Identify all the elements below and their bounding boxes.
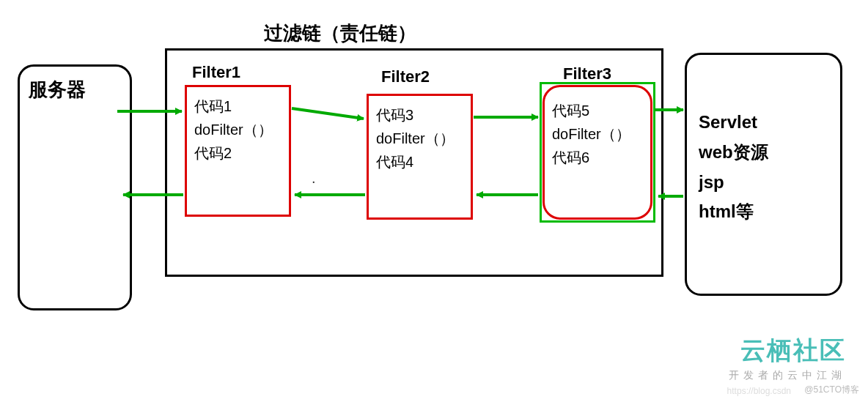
filter2-method: doFilter（） [376,127,463,150]
filter3-label: Filter3 [563,64,611,83]
logo-sub: 开发者的云中江湖 [729,369,846,382]
server-box: 服务器 [18,64,132,310]
filter1-box: 代码1 doFilter（） 代码2 [185,85,291,217]
resource-html: html等 [699,197,831,227]
diagram-canvas: { "title": "过滤链（责任链）", "server_label": "… [0,0,868,402]
filter1-method: doFilter（） [194,118,282,141]
watermark: @51CTO博客 [804,384,859,396]
logo: 云栖社区 开发者的云中江湖 [729,334,846,382]
server-label: 服务器 [29,78,86,100]
resource-servlet: Servlet [699,108,831,138]
diagram-title: 过滤链（责任链） [264,21,416,46]
logo-main: 云栖社区 [729,334,846,368]
filter2-code-before: 代码3 [376,103,463,127]
filter1-code-before: 代码1 [194,94,282,118]
filter3-green-overlay [540,82,655,223]
filter2-box: 代码3 doFilter（） 代码4 [367,94,473,220]
stray-dot: . [312,170,316,187]
resource-web: web资源 [699,138,831,168]
filter1-code-after: 代码2 [194,141,282,165]
filter2-label: Filter2 [381,67,430,86]
resource-box: Servlet web资源 jsp html等 [685,53,842,296]
filter1-label: Filter1 [192,63,240,82]
resource-jsp: jsp [699,168,831,198]
filter2-code-after: 代码4 [376,150,463,174]
watermark-csdn: https://blog.csdn [727,386,791,396]
